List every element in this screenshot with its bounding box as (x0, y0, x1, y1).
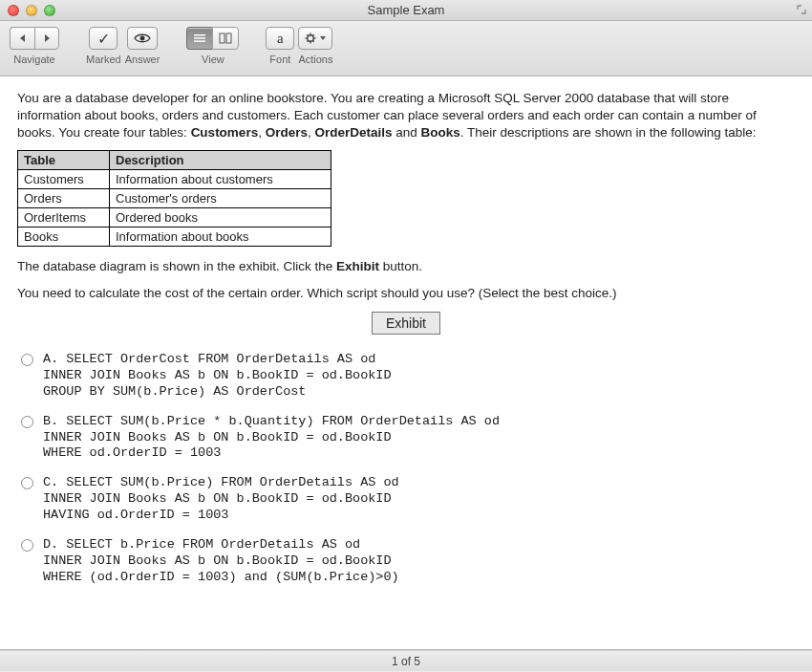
gear-icon (305, 32, 318, 45)
content-area: You are a database developer for an onli… (0, 76, 812, 650)
view-single-button[interactable] (186, 27, 212, 50)
fullscreen-icon[interactable] (797, 5, 806, 14)
svg-point-0 (140, 36, 145, 41)
toolbar-group-font-actions: a Font Acti (266, 27, 332, 65)
table-row: OrdersCustomer's orders (18, 188, 331, 207)
chevron-down-icon (320, 35, 326, 41)
answer-button[interactable] (127, 27, 158, 50)
svg-line-14 (313, 34, 314, 35)
nav-next-button[interactable] (34, 27, 59, 50)
titlebar: Sample Exam (0, 0, 812, 21)
question-intro: You are a database developer for an onli… (17, 90, 795, 142)
svg-rect-5 (226, 33, 231, 43)
radio-d[interactable] (21, 539, 33, 552)
svg-line-12 (313, 41, 314, 42)
radio-a[interactable] (21, 354, 33, 366)
tables-description: Table Description CustomersInformation a… (17, 150, 331, 247)
exhibit-instruction: The database diagram is shown in the exh… (17, 258, 795, 275)
eye-icon (134, 33, 151, 44)
radio-c[interactable] (21, 477, 33, 489)
exhibit-button[interactable]: Exhibit (372, 312, 440, 335)
table-row: CustomersInformation about customers (18, 169, 331, 188)
svg-line-13 (308, 41, 309, 42)
toolbar-group-view: View (186, 27, 239, 65)
toolbar-label-navigate: Navigate (13, 54, 54, 65)
option-a: A. SELECT OrderCost FROM OrderDetails AS… (21, 352, 791, 401)
page-indicator: 1 of 5 (392, 655, 420, 668)
table-row: OrderItemsOrdered books (18, 207, 331, 227)
font-button[interactable]: a (266, 27, 294, 50)
view-split-button[interactable] (212, 27, 239, 50)
svg-rect-3 (194, 40, 205, 42)
check-icon: ✓ (97, 30, 110, 48)
status-bar: 1 of 5 (0, 650, 812, 671)
nav-prev-button[interactable] (10, 27, 34, 50)
marked-button[interactable]: ✓ (89, 27, 118, 50)
svg-rect-2 (194, 37, 205, 39)
triangle-left-icon (18, 33, 28, 43)
toolbar: Navigate ✓ Marked Answer (0, 21, 812, 76)
svg-rect-4 (220, 33, 224, 43)
svg-line-11 (308, 34, 309, 35)
toolbar-label-actions: Actions (298, 54, 332, 65)
option-b: B. SELECT SUM(b.Price * b.Quantity) FROM… (21, 414, 791, 463)
option-c: C. SELECT SUM(b.Price) FROM OrderDetails… (21, 475, 791, 524)
toolbar-group-marked-answer: ✓ Marked Answer (86, 27, 160, 65)
question-prompt: You need to calculate the cost of the ce… (17, 285, 795, 302)
triangle-right-icon (42, 33, 52, 43)
lines-icon (193, 33, 206, 44)
svg-point-6 (308, 35, 313, 41)
th-description: Description (110, 150, 331, 169)
option-d: D. SELECT b.Price FROM OrderDetails AS o… (21, 537, 791, 586)
radio-b[interactable] (21, 416, 33, 428)
font-icon: a (277, 31, 284, 47)
answer-options: A. SELECT OrderCost FROM OrderDetails AS… (21, 352, 791, 586)
window-title: Sample Exam (0, 3, 812, 17)
toolbar-group-navigate: Navigate (10, 27, 59, 65)
actions-button[interactable] (298, 27, 332, 50)
columns-icon (219, 33, 232, 44)
toolbar-label-font: Font (269, 54, 290, 65)
svg-rect-1 (194, 34, 205, 36)
toolbar-label-marked: Marked (86, 54, 121, 65)
table-row: BooksInformation about books (18, 227, 331, 246)
toolbar-label-view: View (202, 54, 224, 65)
toolbar-label-answer: Answer (125, 54, 160, 65)
th-table: Table (18, 150, 110, 169)
